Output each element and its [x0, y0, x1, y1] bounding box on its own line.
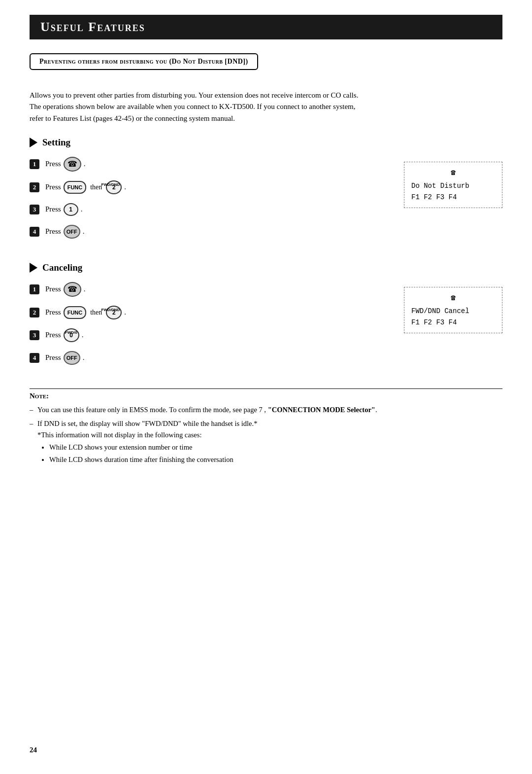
setting-step-3: 3 Press 1 .: [30, 203, 389, 216]
step-num-4: 4: [30, 227, 39, 237]
cancel-step-3-press-label: Press: [45, 331, 61, 339]
setting-steps-list: 1 Press ☎ . 2 Press FUNC then FWD/DND 2 …: [30, 157, 389, 247]
note-bullet-1: While LCD shows your extension number or…: [49, 442, 502, 453]
setting-step-1: 1 Press ☎ .: [30, 157, 389, 172]
canceling-display-box: ☎ FWD/DND Cancel F1 F2 F3 F4: [404, 287, 502, 333]
cancel-step-num-3: 3: [30, 330, 39, 340]
page-title: Useful Features: [40, 20, 145, 35]
canceling-step-4: 4 Press OFF .: [30, 351, 389, 365]
setting-label: Setting: [42, 137, 70, 148]
step-num-3: 3: [30, 205, 39, 214]
section-description: Allows you to prevent other parties from…: [30, 90, 365, 124]
step-num-1: 1: [30, 159, 39, 169]
step-2-text: Press FUNC then FWD/DND 2 .: [45, 180, 126, 194]
note-section: Note: You can use this feature only in E…: [30, 388, 502, 465]
num0-button-cancel[interactable]: FWD/0 0: [64, 328, 79, 342]
step-4-period: .: [83, 227, 85, 236]
canceling-step-2: 2 Press FUNC then FWD/DND 2 .: [30, 306, 389, 319]
cancel-step-1-press-label: Press: [45, 285, 61, 293]
step-1-text: Press ☎ .: [45, 157, 85, 172]
setting-step-4: 4 Press OFF .: [30, 225, 389, 239]
note-item-2: If DND is set, the display will show "FW…: [30, 418, 502, 465]
note-item-1-strong: "CONNECTION MODE Selector": [268, 406, 375, 414]
note-label: Note:: [30, 392, 502, 400]
note-bullet-2: While LCD shows duration time after fini…: [49, 455, 502, 465]
canceling-subsection-header: Canceling: [30, 262, 502, 273]
triangle-icon-canceling: [30, 263, 37, 273]
step-2-press-label: Press: [45, 183, 61, 191]
step-2-period: .: [124, 183, 126, 191]
setting-subsection-header: Setting: [30, 137, 502, 148]
step-4-text: Press OFF .: [45, 225, 84, 239]
func-button-cancel[interactable]: FUNC: [64, 306, 87, 319]
canceling-steps-list: 1 Press ☎ . 2 Press FUNC then FWD/DND 2 …: [30, 282, 389, 374]
off-button-setting[interactable]: OFF: [64, 225, 80, 239]
cancel-step-2-then: then: [90, 309, 102, 317]
step-2-then: then: [90, 183, 102, 191]
intercom-button-cancel-1[interactable]: ☎: [64, 282, 81, 297]
setting-display-line1: Do Not Disturb: [411, 180, 495, 191]
canceling-label: Canceling: [42, 262, 82, 273]
cancel-step-2-text: Press FUNC then FWD/DND 2 .: [45, 306, 126, 319]
cancel-step-3-period: .: [82, 331, 84, 339]
step-num-2: 2: [30, 182, 39, 192]
canceling-display-phone-icon: ☎: [411, 292, 495, 305]
step-3-press-label: Press: [45, 205, 61, 213]
cancel-step-1-period: .: [84, 285, 86, 293]
note-sub-bullets: While LCD shows your extension number or…: [37, 442, 502, 465]
cancel-step-num-2: 2: [30, 308, 39, 317]
setting-steps-area: 1 Press ☎ . 2 Press FUNC then FWD/DND 2 …: [30, 157, 502, 247]
canceling-steps-area: 1 Press ☎ . 2 Press FUNC then FWD/DND 2 …: [30, 282, 502, 374]
cancel-step-num-4: 4: [30, 353, 39, 363]
section-title-container: Preventing others from disturbing you (D…: [30, 53, 502, 81]
note-item-2-asterisk: *This information will not display in th…: [37, 431, 201, 439]
step-1-press-label: Press: [45, 160, 61, 168]
cancel-step-4-press-label: Press: [45, 353, 61, 362]
section-title-box: Preventing others from disturbing you (D…: [30, 53, 258, 70]
num2-button-setting[interactable]: FWD/DND 2: [106, 180, 122, 194]
step-4-press-label: Press: [45, 227, 61, 236]
setting-display-line2: F1 F2 F3 F4: [411, 192, 495, 203]
page-header: Useful Features: [30, 15, 502, 39]
cancel-step-4-text: Press OFF .: [45, 351, 84, 365]
note-item-1: You can use this feature only in EMSS mo…: [30, 404, 502, 415]
cancel-step-num-1: 1: [30, 284, 39, 294]
cancel-step-3-text: Press FWD/0 0 .: [45, 328, 83, 342]
cancel-step-1-text: Press ☎ .: [45, 282, 85, 297]
cancel-step-4-period: .: [83, 353, 85, 362]
setting-display-phone-icon: ☎: [411, 167, 495, 180]
intercom-button-1[interactable]: ☎: [64, 157, 81, 172]
setting-display-box: ☎ Do Not Disturb F1 F2 F3 F4: [404, 162, 502, 208]
canceling-step-3: 3 Press FWD/0 0 .: [30, 328, 389, 342]
canceling-step-1: 1 Press ☎ .: [30, 282, 389, 297]
cancel-step-2-period: .: [124, 308, 126, 317]
cancel-step-2-press-label: Press: [45, 308, 61, 317]
canceling-display-line2: F1 F2 F3 F4: [411, 317, 495, 328]
step-1-period: .: [84, 160, 86, 168]
setting-step-2: 2 Press FUNC then FWD/DND 2 .: [30, 180, 389, 194]
note-list: You can use this feature only in EMSS mo…: [30, 404, 502, 465]
step-3-text: Press 1 .: [45, 203, 82, 216]
num1-button-setting[interactable]: 1: [64, 203, 78, 216]
off-button-cancel[interactable]: OFF: [64, 351, 80, 365]
func-button-setting[interactable]: FUNC: [64, 181, 87, 194]
canceling-display-line1: FWD/DND Cancel: [411, 306, 495, 317]
section-title: Preventing others from disturbing you (D…: [39, 58, 248, 65]
page-number: 24: [30, 746, 37, 754]
triangle-icon-setting: [30, 138, 37, 147]
num2-button-cancel[interactable]: FWD/DND 2: [106, 306, 122, 319]
step-3-period: .: [81, 205, 83, 213]
